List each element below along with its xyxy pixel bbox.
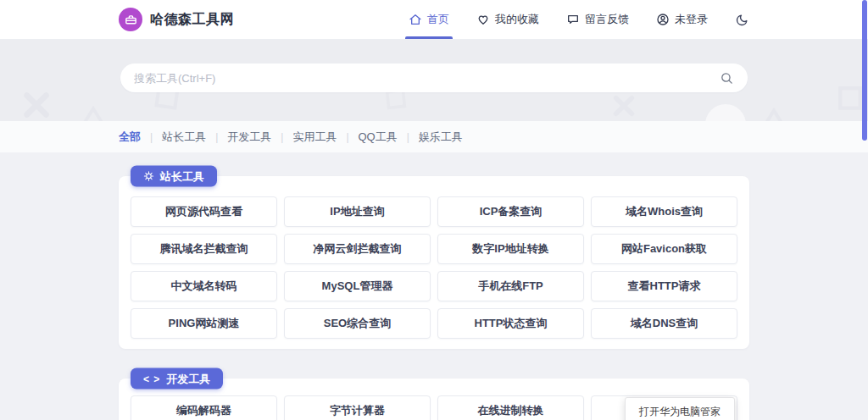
- tool-button[interactable]: PING网站测速: [131, 308, 277, 339]
- moon-icon: [735, 13, 749, 27]
- tool-button[interactable]: MySQL管理器: [284, 271, 431, 301]
- gear-icon: [143, 171, 154, 182]
- bg-circle-icon: [705, 104, 746, 121]
- divider: |: [150, 131, 153, 143]
- tool-button[interactable]: 编码解码器: [131, 395, 277, 420]
- site-title: 哈德森工具网: [150, 11, 234, 29]
- nav-item-favorites[interactable]: 我的收藏: [476, 0, 539, 39]
- chat-icon: [566, 13, 580, 26]
- tool-button[interactable]: ICP备案查询: [437, 196, 584, 227]
- scrollbar: [862, 0, 867, 420]
- divider: |: [346, 131, 348, 143]
- nav-menu: 首页 我的收藏 留言反馈 未登录: [409, 0, 749, 39]
- bg-triangle-icon: [761, 108, 787, 121]
- section-webmaster-tools: 站长工具 网页源代码查看IP地址查询ICP备案查询域名Whois查询腾讯域名拦截…: [119, 176, 749, 349]
- tool-button[interactable]: HTTP状态查询: [437, 308, 584, 339]
- divider: |: [281, 131, 283, 143]
- bg-triangle-icon: [81, 106, 105, 121]
- tool-button[interactable]: 净网云剑拦截查询: [284, 234, 431, 264]
- code-icon: < >: [143, 373, 160, 384]
- brand[interactable]: 哈德森工具网: [119, 8, 234, 31]
- category-dev[interactable]: 开发工具: [227, 130, 271, 145]
- category-utility[interactable]: 实用工具: [292, 130, 337, 145]
- bg-x-icon: [22, 91, 51, 119]
- category-qq[interactable]: QQ工具: [359, 130, 398, 145]
- home-icon: [409, 13, 422, 26]
- theme-toggle[interactable]: [735, 13, 749, 27]
- bg-x-icon: [612, 94, 636, 118]
- tool-button[interactable]: 域名Whois查询: [591, 196, 737, 227]
- category-bar: 全部 | 站长工具 | 开发工具 | 实用工具 | QQ工具 | 娱乐工具: [0, 121, 868, 152]
- toolbox-icon: [119, 8, 142, 31]
- tool-button[interactable]: 网页源代码查看: [131, 196, 277, 227]
- category-webmaster[interactable]: 站长工具: [162, 130, 206, 145]
- main-content: 站长工具 网页源代码查看IP地址查询ICP备案查询域名Whois查询腾讯域名拦截…: [0, 152, 868, 420]
- navbar: 哈德森工具网 首页 我的收藏 留言反馈 未登录: [0, 0, 868, 40]
- tool-button[interactable]: 腾讯域名拦截查询: [131, 234, 277, 264]
- tool-button[interactable]: 网站Favicon获取: [591, 234, 737, 264]
- scrollbar-thumb[interactable]: [862, 0, 867, 141]
- tool-button[interactable]: 在线进制转换: [437, 395, 584, 420]
- section-title: 站长工具: [160, 169, 204, 184]
- search-box: [120, 64, 748, 92]
- nav-item-feedback[interactable]: 留言反馈: [566, 0, 629, 39]
- tool-button[interactable]: IP地址查询: [284, 196, 431, 227]
- user-icon: [656, 13, 670, 26]
- category-all[interactable]: 全部: [119, 130, 141, 145]
- search-hero: [0, 40, 868, 121]
- tool-button[interactable]: 手机在线FTP: [437, 271, 584, 301]
- tool-button[interactable]: 查看HTTP请求: [591, 271, 737, 301]
- divider: |: [407, 131, 409, 143]
- tool-button[interactable]: SEO综合查询: [284, 308, 431, 339]
- tool-grid: 网页源代码查看IP地址查询ICP备案查询域名Whois查询腾讯域名拦截查询净网云…: [131, 196, 737, 339]
- tool-button[interactable]: 字节计算器: [284, 395, 431, 420]
- tool-button[interactable]: 数字IP地址转换: [437, 234, 584, 264]
- tool-button[interactable]: 中文域名转码: [131, 271, 277, 301]
- heart-icon: [476, 13, 490, 26]
- nav-item-login[interactable]: 未登录: [656, 0, 708, 39]
- section-badge: < > 开发工具: [131, 368, 223, 390]
- search-input[interactable]: [134, 72, 720, 85]
- os-tooltip: 打开华为电脑管家: [625, 397, 735, 420]
- category-fun[interactable]: 娱乐工具: [419, 130, 463, 145]
- nav-item-home[interactable]: 首页: [409, 0, 449, 39]
- section-title: 开发工具: [166, 371, 210, 386]
- section-badge: 站长工具: [131, 166, 217, 187]
- search-icon[interactable]: [720, 71, 734, 86]
- divider: |: [215, 131, 218, 143]
- tool-button[interactable]: 域名DNS查询: [591, 308, 737, 339]
